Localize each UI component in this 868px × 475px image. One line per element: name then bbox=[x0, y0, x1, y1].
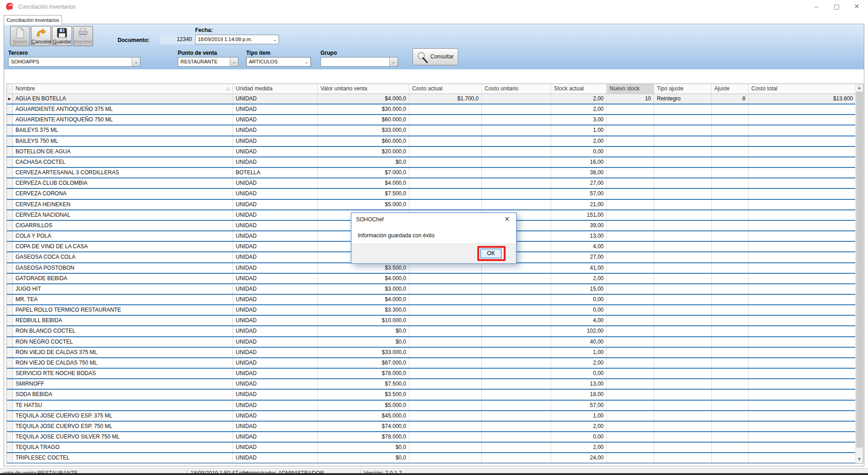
cell-ajuste[interactable] bbox=[712, 326, 749, 336]
cell-costo-unitario[interactable] bbox=[482, 432, 551, 442]
cell-stock-actual[interactable]: 2,00 bbox=[551, 104, 607, 114]
table-row[interactable]: REDBULL BEBIDAUNIDAD$10.000,04,00 bbox=[7, 316, 856, 326]
cell-ajuste[interactable] bbox=[712, 337, 749, 347]
cell-stock-actual[interactable]: 27,00 bbox=[551, 252, 607, 262]
cell-stock-actual[interactable]: 13,00 bbox=[551, 379, 607, 389]
cell-costo-total[interactable] bbox=[749, 411, 856, 421]
cell-costo-unitario[interactable] bbox=[482, 168, 551, 177]
cell-ajuste[interactable] bbox=[712, 242, 749, 251]
cell-nuevo-stock[interactable] bbox=[607, 295, 654, 304]
cell-unidad-medida[interactable]: UNIDAD bbox=[233, 221, 318, 230]
fecha-dropdown[interactable]: 18/09/2019 1:14:08 p.m. ⌄ bbox=[195, 35, 279, 44]
cell-nuevo-stock[interactable]: 10 bbox=[607, 94, 654, 104]
cell-ajuste[interactable] bbox=[712, 358, 749, 368]
cell-unidad-medida[interactable]: UNIDAD bbox=[233, 263, 318, 273]
cell-nombre[interactable]: COLA Y POLA bbox=[13, 231, 233, 241]
cell-nombre[interactable]: RON BLANCO COCTEL bbox=[13, 326, 233, 336]
cell-costo-actual[interactable] bbox=[409, 136, 482, 146]
cell-ajuste[interactable] bbox=[712, 200, 749, 209]
column-header-nuevo-stock[interactable]: Nuevo stock bbox=[607, 84, 654, 94]
cell-costo-unitario[interactable] bbox=[482, 337, 551, 347]
cell-costo-unitario[interactable] bbox=[482, 200, 551, 209]
cell-costo-total[interactable] bbox=[749, 348, 856, 357]
cell-valor-unitario-venta[interactable]: $33.000,0 bbox=[318, 348, 409, 357]
cell-costo-total[interactable]: $13.600 bbox=[749, 94, 856, 104]
cell-costo-unitario[interactable] bbox=[482, 147, 551, 157]
table-row[interactable]: TE HATSUUNIDAD$5.000,057,00 bbox=[7, 401, 856, 411]
cell-nuevo-stock[interactable] bbox=[607, 189, 654, 198]
table-row[interactable]: CERVEZA HEINEKENUNIDAD$5.000,021,00 bbox=[7, 200, 856, 210]
cell-stock-actual[interactable]: 3,00 bbox=[551, 115, 607, 125]
cell-tipo-ajuste[interactable] bbox=[654, 443, 712, 452]
cell-nombre[interactable]: MR. TEA bbox=[13, 295, 233, 304]
cell-unidad-medida[interactable]: UNIDAD bbox=[233, 200, 318, 209]
cell-ajuste[interactable] bbox=[712, 189, 749, 198]
cell-stock-actual[interactable]: 2,00 bbox=[551, 443, 607, 452]
table-row[interactable]: TEQUILA JOSE CUERVO ESP. 375 MLUNIDAD$45… bbox=[7, 411, 856, 422]
grupo-combobox[interactable]: ⌄ bbox=[320, 57, 398, 67]
cell-nuevo-stock[interactable] bbox=[607, 200, 654, 209]
cell-nuevo-stock[interactable] bbox=[607, 358, 654, 368]
cell-costo-unitario[interactable] bbox=[482, 295, 551, 304]
cell-costo-actual[interactable] bbox=[409, 189, 482, 198]
cell-nombre[interactable]: TEQUILA JOSE CUERVO ESP. 750 ML bbox=[13, 422, 233, 431]
cell-unidad-medida[interactable]: UNIDAD bbox=[233, 337, 318, 347]
column-header-stock-actual[interactable]: Stock actual bbox=[551, 84, 607, 94]
cell-costo-unitario[interactable] bbox=[482, 274, 551, 283]
scroll-down-icon[interactable]: ▼ bbox=[856, 455, 863, 463]
cell-ajuste[interactable] bbox=[712, 443, 749, 452]
chevron-down-icon[interactable]: ⌄ bbox=[271, 35, 279, 44]
cell-costo-actual[interactable] bbox=[409, 390, 482, 399]
cell-nombre[interactable]: TRIPLESEC COCTEL bbox=[13, 453, 233, 463]
table-row[interactable]: CERVEZA CLUB COLOMBIAUNIDAD$4.000,027,00 bbox=[7, 178, 856, 189]
cell-nuevo-stock[interactable] bbox=[607, 263, 654, 273]
cell-unidad-medida[interactable]: UNIDAD bbox=[233, 358, 318, 368]
cell-costo-actual[interactable] bbox=[409, 401, 482, 410]
cell-stock-actual[interactable]: 2,00 bbox=[551, 94, 607, 104]
cell-costo-actual[interactable] bbox=[409, 178, 482, 188]
cell-unidad-medida[interactable]: UNIDAD bbox=[233, 379, 318, 389]
cell-tipo-ajuste[interactable] bbox=[654, 189, 712, 198]
cell-costo-unitario[interactable] bbox=[482, 326, 551, 336]
chevron-down-icon[interactable]: ⌄ bbox=[132, 57, 140, 66]
cell-tipo-ajuste[interactable] bbox=[654, 284, 712, 294]
cell-tipo-ajuste[interactable] bbox=[654, 411, 712, 421]
cell-stock-actual[interactable]: 27,00 bbox=[551, 178, 607, 188]
cell-tipo-ajuste[interactable] bbox=[654, 200, 712, 209]
cell-unidad-medida[interactable]: UNIDAD bbox=[233, 295, 318, 304]
cell-nombre[interactable]: BOTELLON DE AGUA bbox=[13, 147, 233, 157]
table-row[interactable]: BAILEYS 375 MLUNIDAD$33.000,01,00 bbox=[7, 125, 856, 136]
cell-valor-unitario-venta[interactable]: $45.000,0 bbox=[318, 411, 409, 421]
cell-tipo-ajuste[interactable] bbox=[654, 401, 712, 410]
cell-costo-total[interactable] bbox=[749, 263, 856, 273]
cell-valor-unitario-venta[interactable]: $4.000,0 bbox=[318, 295, 409, 304]
cell-unidad-medida[interactable]: UNIDAD bbox=[233, 94, 318, 104]
cell-costo-total[interactable] bbox=[749, 432, 856, 442]
cell-unidad-medida[interactable]: UNIDAD bbox=[233, 401, 318, 410]
cell-stock-actual[interactable]: 0,00 bbox=[551, 305, 607, 315]
cell-stock-actual[interactable]: 151,00 bbox=[551, 210, 607, 220]
cell-unidad-medida[interactable]: UNIDAD bbox=[233, 104, 318, 114]
cell-nuevo-stock[interactable] bbox=[607, 401, 654, 410]
table-row[interactable]: RON NEGRO COCTELUNIDAD$0,040,00 bbox=[7, 337, 856, 348]
cell-costo-actual[interactable] bbox=[409, 422, 482, 431]
cell-costo-actual[interactable] bbox=[409, 453, 482, 463]
cell-nombre[interactable]: SERVICIO RTE NOCHE BODAS bbox=[13, 369, 233, 378]
cell-ajuste[interactable] bbox=[712, 432, 749, 442]
cell-costo-total[interactable] bbox=[749, 326, 856, 336]
cell-valor-unitario-venta[interactable]: $5.000,0 bbox=[318, 401, 409, 410]
cell-unidad-medida[interactable]: BOTELLA bbox=[233, 168, 318, 177]
column-header-costo-total[interactable]: Costo total bbox=[749, 84, 856, 94]
cell-stock-actual[interactable]: 57,00 bbox=[551, 401, 607, 410]
cell-nuevo-stock[interactable] bbox=[607, 242, 654, 251]
cell-stock-actual[interactable]: 0,00 bbox=[551, 432, 607, 442]
cell-costo-actual[interactable] bbox=[409, 348, 482, 357]
cell-stock-actual[interactable]: 0,00 bbox=[551, 369, 607, 378]
cell-nuevo-stock[interactable] bbox=[607, 284, 654, 294]
cell-nuevo-stock[interactable] bbox=[607, 337, 654, 347]
cell-costo-total[interactable] bbox=[749, 231, 856, 241]
cell-ajuste[interactable] bbox=[712, 305, 749, 315]
cell-costo-unitario[interactable] bbox=[482, 284, 551, 294]
cell-costo-unitario[interactable] bbox=[482, 157, 551, 167]
cell-unidad-medida[interactable]: UNIDAD bbox=[233, 432, 318, 442]
